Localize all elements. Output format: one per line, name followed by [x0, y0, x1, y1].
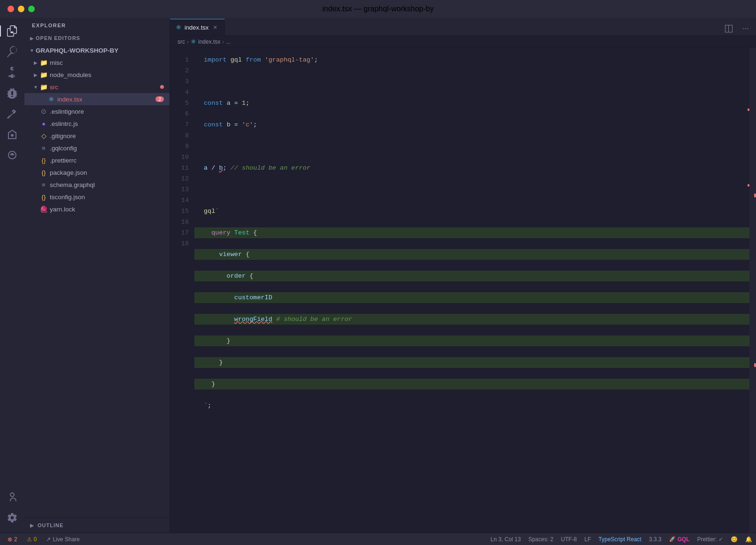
outline-label: OUTLINE: [38, 522, 63, 528]
outline-header[interactable]: ▶ OUTLINE: [24, 521, 170, 530]
gitignore-item[interactable]: ▶ ◇ .gitignore: [24, 130, 170, 142]
version-text: 3.3.3: [649, 536, 662, 543]
spaces-text: Spaces: 2: [528, 536, 553, 543]
node-modules-folder-icon: 📁: [39, 71, 48, 78]
status-bell[interactable]: 🔔: [741, 533, 756, 545]
outline-arrow: ▶: [28, 523, 36, 528]
status-language[interactable]: TypeScript React: [595, 533, 645, 545]
src-folder-icon: 📁: [39, 83, 48, 91]
eslintignore-item[interactable]: ▶ ⊙ .eslintignore: [24, 105, 170, 117]
src-label: src: [50, 84, 160, 91]
status-position[interactable]: Ln 3, Col 13: [486, 533, 525, 545]
outline-section: ▶ OUTLINE: [24, 517, 170, 533]
gqlconfig-icon: ≡: [39, 145, 48, 152]
source-control-activity-icon[interactable]: [3, 63, 22, 82]
code-editor[interactable]: 1 2 3 4 5 6 7 8 9 10 11 12 13 14 15 16 1…: [170, 48, 756, 533]
tab-right-actions: ···: [722, 22, 756, 35]
index-tsx-icon: ⚛: [47, 95, 55, 103]
index-tsx-tab[interactable]: ⚛ index.tsx ×: [170, 19, 225, 35]
more-actions-button[interactable]: ···: [739, 22, 752, 35]
open-editors-arrow: ▶: [28, 36, 36, 41]
status-prettier[interactable]: Prettier: ✓: [694, 533, 727, 545]
status-encoding[interactable]: UTF-8: [557, 533, 581, 545]
minimap-error-1: [754, 194, 756, 197]
close-button[interactable]: [8, 6, 14, 12]
open-editors-label: OPEN EDITORS: [36, 35, 170, 41]
code-line-11: order {: [194, 271, 749, 281]
status-warnings[interactable]: ⚠ 0: [23, 533, 41, 545]
window-controls: [8, 6, 35, 12]
settings-activity-icon[interactable]: [3, 508, 22, 527]
package-json-item[interactable]: ▶ {} package.json: [24, 166, 170, 179]
index-tsx-item[interactable]: ▶ ⚛ index.tsx 2: [24, 93, 170, 105]
live-share-label: Live Share: [53, 536, 79, 543]
status-errors[interactable]: ⊗ 2: [4, 533, 21, 545]
deploy-activity-icon[interactable]: [3, 125, 22, 144]
eslintrc-item[interactable]: ▶ ● .eslintrc.js: [24, 117, 170, 130]
code-content[interactable]: import gql from 'graphql-tag'; const a =…: [194, 48, 749, 533]
status-line-ending[interactable]: LF: [581, 533, 595, 545]
line-ending-text: LF: [585, 536, 591, 543]
file-tree: ▶ OPEN EDITORS ▼ GRAPHQL-WORKSHOP-BY ▶ 📁…: [24, 32, 170, 517]
status-bar: ⊗ 2 ⚠ 0 ↗ Live Share Ln 3, Col 13 Spaces…: [0, 533, 756, 545]
index-tsx-label: index.tsx: [57, 96, 155, 103]
open-editors-section[interactable]: ▶ OPEN EDITORS: [24, 32, 170, 44]
gitignore-icon: ◇: [39, 132, 48, 140]
emoji-icon: 😊: [731, 536, 738, 543]
node-modules-folder-item[interactable]: ▶ 📁 node_modules: [24, 69, 170, 81]
prettierrc-item[interactable]: ▶ {} .prettierrc: [24, 154, 170, 166]
search-activity-icon[interactable]: [3, 42, 22, 61]
yarn-lock-label: yarn.lock: [50, 206, 170, 213]
account-activity-icon[interactable]: [3, 488, 22, 506]
breadcrumb-more[interactable]: ...: [226, 39, 231, 45]
code-line-9: query Test {: [194, 227, 749, 238]
eslintignore-icon: ⊙: [39, 108, 48, 115]
eslintrc-icon: ●: [39, 120, 48, 127]
gqlconfig-item[interactable]: ▶ ≡ .gqlconfig: [24, 142, 170, 154]
code-line-17: `;: [204, 400, 740, 411]
yarn-lock-icon: 🧶: [39, 205, 48, 213]
prettierrc-label: .prettierrc: [50, 157, 170, 164]
status-gql[interactable]: 🚀 GQL: [665, 533, 694, 545]
minimap: [749, 48, 756, 533]
gitignore-label: .gitignore: [50, 132, 170, 140]
minimize-button[interactable]: [18, 6, 24, 12]
line-numbers: 1 2 3 4 5 6 7 8 9 10 11 12 13 14 15 16 1…: [170, 48, 194, 533]
prettierrc-icon: {}: [39, 157, 48, 164]
eslintignore-label: .eslintignore: [50, 108, 170, 115]
node-modules-arrow: ▶: [32, 72, 39, 78]
maximize-button[interactable]: [28, 6, 35, 12]
breadcrumb-filename[interactable]: index.tsx: [198, 39, 220, 45]
code-line-14: }: [194, 335, 749, 346]
debug-activity-icon[interactable]: [3, 84, 22, 102]
code-line-3: const a = 1;: [204, 98, 740, 109]
warning-icon: ⚠: [27, 536, 32, 543]
status-spaces[interactable]: Spaces: 2: [525, 533, 557, 545]
misc-folder-item[interactable]: ▶ 📁 misc: [24, 56, 170, 69]
src-modified-dot: [160, 85, 164, 89]
position-text: Ln 3, Col 13: [490, 536, 521, 543]
explorer-activity-icon[interactable]: [3, 22, 22, 40]
status-left: ⊗ 2 ⚠ 0 ↗ Live Share: [0, 533, 84, 545]
status-live-share[interactable]: ↗ Live Share: [42, 533, 83, 545]
src-folder-item[interactable]: ▼ 📁 src: [24, 81, 170, 93]
encoding-text: UTF-8: [561, 536, 577, 543]
bell-icon: 🔔: [745, 536, 752, 543]
live-share-icon: ↗: [46, 536, 51, 543]
remote-activity-icon[interactable]: [3, 146, 22, 164]
status-emoji[interactable]: 😊: [727, 533, 741, 545]
breadcrumb-file-icon: ⚛: [191, 38, 196, 45]
extensions-activity-icon[interactable]: [3, 104, 22, 123]
breadcrumb-src[interactable]: src: [177, 39, 185, 45]
root-folder-item[interactable]: ▼ GRAPHQL-WORKSHOP-BY: [24, 44, 170, 56]
titlebar: index.tsx — graphql-workshop-by: [0, 0, 756, 18]
warning-count: 0: [34, 536, 37, 543]
schema-graphql-item[interactable]: ▶ ≡ schema.graphql: [24, 179, 170, 191]
tab-close-button[interactable]: ×: [211, 23, 219, 31]
code-line-2: [204, 76, 740, 87]
status-version[interactable]: 3.3.3: [645, 533, 665, 545]
yarn-lock-item[interactable]: ▶ 🧶 yarn.lock: [24, 203, 170, 215]
split-editor-button[interactable]: [722, 22, 735, 35]
tab-name: index.tsx: [185, 24, 208, 31]
tsconfig-json-item[interactable]: ▶ {} tsconfig.json: [24, 191, 170, 203]
